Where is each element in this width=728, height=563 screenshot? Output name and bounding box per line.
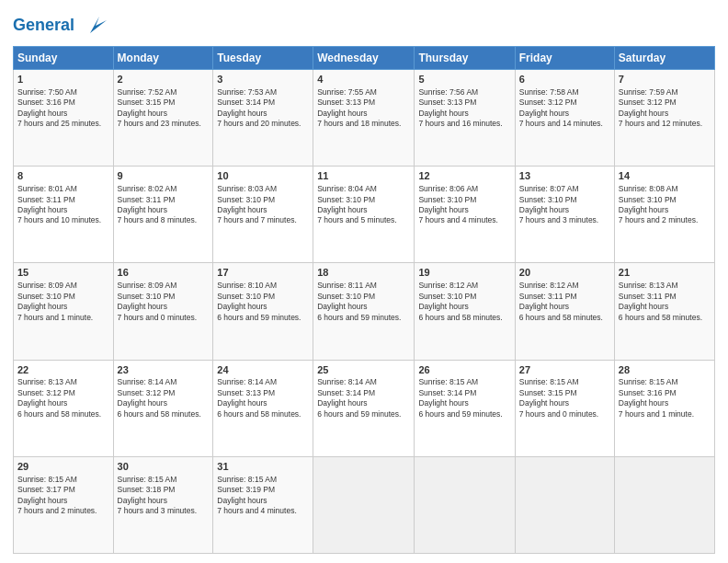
- calendar-cell: 10Sunrise: 8:03 AMSunset: 3:10 PMDayligh…: [213, 167, 313, 263]
- day-info: Sunrise: 8:04 AMSunset: 3:10 PMDaylight …: [317, 184, 410, 226]
- calendar-cell: 8Sunrise: 8:01 AMSunset: 3:11 PMDaylight…: [14, 167, 114, 263]
- calendar-table: SundayMondayTuesdayWednesdayThursdayFrid…: [13, 46, 715, 554]
- day-number: 8: [17, 169, 109, 183]
- dow-header: Friday: [515, 47, 614, 70]
- day-number: 14: [619, 169, 711, 183]
- calendar-cell: 26Sunrise: 8:15 AMSunset: 3:14 PMDayligh…: [415, 360, 515, 456]
- day-info: Sunrise: 8:11 AMSunset: 3:10 PMDaylight …: [317, 281, 410, 323]
- day-number: 6: [519, 73, 610, 86]
- calendar-cell: 7Sunrise: 7:59 AMSunset: 3:12 PMDaylight…: [614, 70, 714, 167]
- day-number: 21: [619, 266, 711, 280]
- day-number: 10: [217, 169, 309, 183]
- day-number: 9: [118, 169, 210, 183]
- calendar-cell: 13Sunrise: 8:07 AMSunset: 3:10 PMDayligh…: [515, 167, 614, 263]
- day-info: Sunrise: 8:15 AMSunset: 3:18 PMDaylight …: [118, 475, 210, 517]
- calendar-cell: 14Sunrise: 8:08 AMSunset: 3:10 PMDayligh…: [614, 167, 714, 263]
- day-number: 19: [418, 266, 510, 280]
- day-number: 15: [17, 266, 109, 280]
- day-info: Sunrise: 8:15 AMSunset: 3:15 PMDaylight …: [519, 377, 610, 419]
- day-info: Sunrise: 8:15 AMSunset: 3:16 PMDaylight …: [619, 377, 711, 419]
- day-number: 12: [418, 169, 510, 183]
- day-info: Sunrise: 8:12 AMSunset: 3:10 PMDaylight …: [418, 281, 510, 323]
- day-info: Sunrise: 7:52 AMSunset: 3:15 PMDaylight …: [118, 87, 210, 130]
- calendar-cell: 29Sunrise: 8:15 AMSunset: 3:17 PMDayligh…: [14, 456, 114, 553]
- calendar-cell: 9Sunrise: 8:02 AMSunset: 3:11 PMDaylight…: [113, 167, 213, 263]
- day-number: 13: [519, 169, 610, 183]
- day-number: 27: [519, 363, 610, 377]
- day-number: 16: [118, 266, 210, 280]
- day-info: Sunrise: 8:09 AMSunset: 3:10 PMDaylight …: [118, 281, 210, 323]
- day-info: Sunrise: 8:01 AMSunset: 3:11 PMDaylight …: [17, 184, 109, 226]
- calendar-cell: 1Sunrise: 7:50 AMSunset: 3:16 PMDaylight…: [14, 70, 114, 167]
- day-info: Sunrise: 8:15 AMSunset: 3:14 PMDaylight …: [418, 377, 510, 419]
- calendar-cell: 22Sunrise: 8:13 AMSunset: 3:12 PMDayligh…: [14, 360, 114, 456]
- dow-header: Saturday: [614, 47, 714, 70]
- calendar-cell: 3Sunrise: 7:53 AMSunset: 3:14 PMDaylight…: [213, 70, 313, 167]
- day-number: 23: [118, 363, 210, 377]
- calendar-cell: 20Sunrise: 8:12 AMSunset: 3:11 PMDayligh…: [515, 263, 614, 360]
- day-number: 26: [418, 363, 510, 377]
- calendar-cell: [415, 456, 515, 553]
- calendar-cell: 31Sunrise: 8:15 AMSunset: 3:19 PMDayligh…: [213, 456, 313, 553]
- day-number: 24: [217, 363, 309, 377]
- dow-header: Monday: [113, 47, 213, 70]
- calendar-cell: 2Sunrise: 7:52 AMSunset: 3:15 PMDaylight…: [113, 70, 213, 167]
- day-number: 7: [619, 73, 711, 86]
- day-number: 5: [418, 73, 510, 86]
- logo-bird-icon: [81, 13, 107, 39]
- day-info: Sunrise: 8:15 AMSunset: 3:17 PMDaylight …: [17, 475, 109, 517]
- day-info: Sunrise: 8:02 AMSunset: 3:11 PMDaylight …: [118, 184, 210, 226]
- dow-header: Sunday: [14, 47, 114, 70]
- calendar-cell: 5Sunrise: 7:56 AMSunset: 3:13 PMDaylight…: [415, 70, 515, 167]
- day-info: Sunrise: 8:12 AMSunset: 3:11 PMDaylight …: [519, 281, 610, 323]
- dow-header: Wednesday: [313, 47, 415, 70]
- day-info: Sunrise: 8:03 AMSunset: 3:10 PMDaylight …: [217, 184, 309, 226]
- calendar-cell: [515, 456, 614, 553]
- logo-general: General: [13, 16, 74, 34]
- day-info: Sunrise: 7:55 AMSunset: 3:13 PMDaylight …: [317, 87, 410, 130]
- calendar-cell: 27Sunrise: 8:15 AMSunset: 3:15 PMDayligh…: [515, 360, 614, 456]
- day-number: 22: [17, 363, 109, 377]
- day-info: Sunrise: 7:58 AMSunset: 3:12 PMDaylight …: [519, 87, 610, 130]
- calendar-cell: 21Sunrise: 8:13 AMSunset: 3:11 PMDayligh…: [614, 263, 714, 360]
- calendar-cell: 24Sunrise: 8:14 AMSunset: 3:13 PMDayligh…: [213, 360, 313, 456]
- day-info: Sunrise: 8:13 AMSunset: 3:11 PMDaylight …: [619, 281, 711, 323]
- day-number: 31: [217, 460, 309, 474]
- day-number: 20: [519, 266, 610, 280]
- day-number: 3: [217, 73, 309, 86]
- day-number: 2: [118, 73, 210, 86]
- day-number: 17: [217, 266, 309, 280]
- calendar-cell: 28Sunrise: 8:15 AMSunset: 3:16 PMDayligh…: [614, 360, 714, 456]
- calendar-cell: 16Sunrise: 8:09 AMSunset: 3:10 PMDayligh…: [113, 263, 213, 360]
- day-number: 28: [619, 363, 711, 377]
- header: General: [13, 9, 715, 39]
- day-info: Sunrise: 7:56 AMSunset: 3:13 PMDaylight …: [418, 87, 510, 130]
- svg-marker-0: [90, 17, 107, 33]
- day-info: Sunrise: 8:06 AMSunset: 3:10 PMDaylight …: [418, 184, 510, 226]
- day-info: Sunrise: 7:59 AMSunset: 3:12 PMDaylight …: [619, 87, 711, 130]
- day-info: Sunrise: 8:14 AMSunset: 3:12 PMDaylight …: [118, 377, 210, 419]
- day-number: 1: [17, 73, 109, 86]
- day-number: 30: [118, 460, 210, 474]
- day-number: 29: [17, 460, 109, 474]
- calendar-cell: 17Sunrise: 8:10 AMSunset: 3:10 PMDayligh…: [213, 263, 313, 360]
- day-info: Sunrise: 8:15 AMSunset: 3:19 PMDaylight …: [217, 475, 309, 517]
- calendar-cell: 30Sunrise: 8:15 AMSunset: 3:18 PMDayligh…: [113, 456, 213, 553]
- calendar-cell: 4Sunrise: 7:55 AMSunset: 3:13 PMDaylight…: [313, 70, 415, 167]
- calendar-cell: 18Sunrise: 8:11 AMSunset: 3:10 PMDayligh…: [313, 263, 415, 360]
- calendar-page: General SundayMondayTuesdayWednesdayThur…: [0, 0, 728, 563]
- calendar-cell: 25Sunrise: 8:14 AMSunset: 3:14 PMDayligh…: [313, 360, 415, 456]
- day-info: Sunrise: 8:14 AMSunset: 3:14 PMDaylight …: [317, 377, 410, 419]
- day-info: Sunrise: 8:08 AMSunset: 3:10 PMDaylight …: [619, 184, 711, 226]
- logo-text: General: [13, 13, 107, 39]
- calendar-cell: 12Sunrise: 8:06 AMSunset: 3:10 PMDayligh…: [415, 167, 515, 263]
- day-info: Sunrise: 8:14 AMSunset: 3:13 PMDaylight …: [217, 377, 309, 419]
- calendar-cell: 11Sunrise: 8:04 AMSunset: 3:10 PMDayligh…: [313, 167, 415, 263]
- calendar-cell: 19Sunrise: 8:12 AMSunset: 3:10 PMDayligh…: [415, 263, 515, 360]
- day-info: Sunrise: 7:50 AMSunset: 3:16 PMDaylight …: [17, 87, 109, 130]
- day-number: 25: [317, 363, 410, 377]
- day-info: Sunrise: 8:13 AMSunset: 3:12 PMDaylight …: [17, 377, 109, 419]
- day-info: Sunrise: 8:10 AMSunset: 3:10 PMDaylight …: [217, 281, 309, 323]
- calendar-cell: 6Sunrise: 7:58 AMSunset: 3:12 PMDaylight…: [515, 70, 614, 167]
- calendar-cell: 15Sunrise: 8:09 AMSunset: 3:10 PMDayligh…: [14, 263, 114, 360]
